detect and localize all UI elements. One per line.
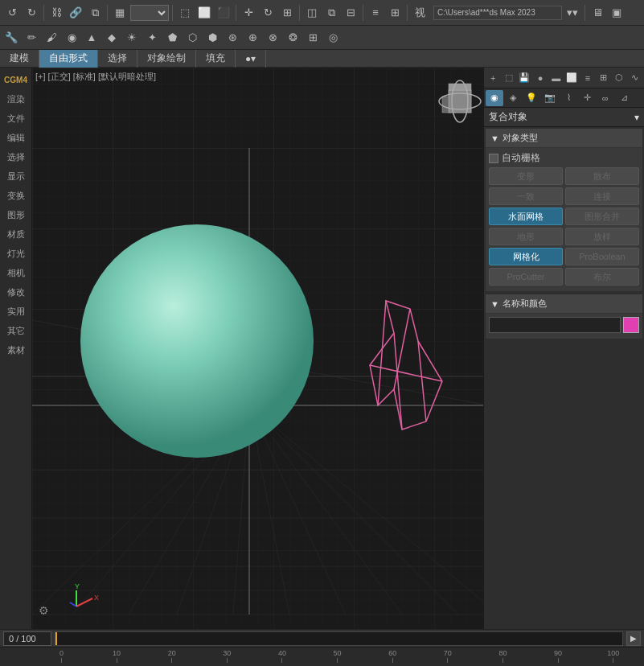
select-region-icon[interactable]: ⬜: [195, 4, 213, 22]
subtab-helper[interactable]: ✛: [578, 90, 596, 106]
paint13-icon[interactable]: ❂: [283, 28, 302, 47]
paint15-icon[interactable]: ◎: [323, 28, 343, 47]
scale-icon[interactable]: ⊞: [278, 4, 296, 22]
paint4-icon[interactable]: ◆: [102, 28, 121, 47]
color-swatch[interactable]: [623, 317, 639, 333]
rotate-icon[interactable]: ↻: [259, 4, 277, 22]
viewport[interactable]: [+] [正交] [标准] [默认明暗处理]: [32, 68, 483, 629]
paint14-icon[interactable]: ⊞: [303, 28, 322, 47]
autogrid-checkbox[interactable]: [489, 154, 498, 163]
btn-proboolean[interactable]: ProBoolean: [565, 248, 639, 265]
btn-scatter[interactable]: 散布: [565, 167, 639, 185]
sidebar-modify[interactable]: 修改: [2, 283, 31, 301]
subtab-sphere[interactable]: ◉: [486, 90, 503, 106]
panel-tab1[interactable]: ⬚: [502, 70, 517, 86]
subtab-gear[interactable]: ◈: [504, 90, 522, 106]
undo-icon[interactable]: ↺: [3, 4, 21, 22]
sidebar-file[interactable]: 文件: [2, 109, 31, 127]
menu-fill[interactable]: 填充: [196, 50, 236, 68]
paint5-icon[interactable]: ☀: [122, 28, 142, 47]
sidebar-render[interactable]: 渲染: [2, 90, 31, 108]
sidebar-edit[interactable]: 编辑: [2, 129, 31, 146]
subtab-camera[interactable]: 📷: [541, 90, 559, 106]
paint11-icon[interactable]: ⊕: [243, 28, 262, 47]
timeline-scrubber[interactable]: [55, 631, 623, 646]
paint2-icon[interactable]: ◉: [62, 28, 81, 47]
timeline-ruler: 0 10 20 30 40 50 60 70 80 90 100: [0, 647, 644, 663]
sidebar-transform[interactable]: 变换: [2, 187, 31, 204]
sidebar-other[interactable]: 其它: [2, 322, 31, 339]
move-icon[interactable]: ✛: [240, 4, 257, 22]
lasso-icon[interactable]: ⬛: [215, 4, 232, 22]
sidebar-material[interactable]: 材质: [2, 225, 31, 243]
menu-object-paint[interactable]: 对象绘制: [137, 50, 196, 68]
menu-extra[interactable]: ●▾: [236, 50, 266, 68]
sidebar-select[interactable]: 选择: [2, 148, 31, 166]
render-setup-icon[interactable]: 🖥: [589, 4, 606, 22]
object-name-input[interactable]: [489, 317, 621, 333]
panel-tab5[interactable]: ⬜: [564, 70, 580, 86]
graph-icon[interactable]: ⊞: [386, 4, 404, 22]
layer-icon[interactable]: ≡: [367, 4, 384, 22]
sidebar-light[interactable]: 灯光: [2, 245, 31, 262]
object-type-header[interactable]: ▼ 对象类型: [486, 129, 642, 148]
select-filter-dropdown[interactable]: 全部: [130, 5, 169, 21]
paint9-icon[interactable]: ⬢: [203, 28, 222, 47]
bind-icon[interactable]: ⧉: [86, 4, 104, 22]
paint1-icon[interactable]: 🖌: [42, 28, 61, 47]
panel-tab7[interactable]: ⊞: [596, 70, 611, 86]
redo-icon[interactable]: ↻: [23, 4, 40, 22]
select-icon[interactable]: ⬚: [176, 4, 194, 22]
subtab-manip[interactable]: ⊿: [615, 90, 633, 106]
build-icon[interactable]: 🔧: [2, 28, 21, 47]
panel-tab9[interactable]: ∿: [627, 70, 642, 86]
btn-water[interactable]: 水面网格: [489, 208, 563, 225]
sidebar-material2[interactable]: 素材: [2, 341, 31, 359]
paint6-icon[interactable]: ✦: [142, 28, 162, 47]
subtab-light[interactable]: 💡: [523, 90, 540, 106]
btn-terrain[interactable]: 地形: [489, 228, 563, 245]
sidebar-display[interactable]: 显示: [2, 167, 31, 185]
panel-tab2[interactable]: 💾: [517, 70, 532, 86]
btn-boolean[interactable]: 布尔: [565, 268, 639, 286]
render-icon[interactable]: ▣: [608, 4, 626, 22]
paint12-icon[interactable]: ⊗: [263, 28, 282, 47]
menu-modeling[interactable]: 建模: [0, 50, 39, 68]
btn-deform[interactable]: 变形: [489, 167, 563, 185]
paint8-icon[interactable]: ⬡: [183, 28, 202, 47]
select-filter-icon[interactable]: ▦: [111, 4, 129, 22]
sidebar-shapes[interactable]: 图形: [2, 206, 31, 224]
sidebar-camera[interactable]: 相机: [2, 264, 31, 282]
sidebar-utility[interactable]: 实用: [2, 302, 31, 320]
btn-mesher[interactable]: 网格化: [489, 248, 563, 265]
paint3-icon[interactable]: ▲: [82, 28, 101, 47]
btn-connect[interactable]: 连接: [565, 187, 639, 205]
panel-add-tab[interactable]: +: [486, 70, 501, 86]
timeline-expand[interactable]: ▶: [626, 631, 641, 646]
subtab-space[interactable]: ∞: [597, 90, 614, 106]
align-icon[interactable]: ⊟: [342, 4, 359, 22]
unlink-icon[interactable]: 🔗: [67, 4, 84, 22]
btn-procutter[interactable]: ProCutter: [489, 268, 563, 286]
path-input[interactable]: [433, 6, 562, 20]
ref-icon[interactable]: ◫: [303, 4, 321, 22]
paint10-icon[interactable]: ⊛: [223, 28, 242, 47]
menu-select[interactable]: 选择: [98, 50, 137, 68]
menu-bar: 建模 自由形式 选择 对象绘制 填充 ●▾: [0, 50, 644, 68]
btn-shapemerge[interactable]: 图形合并: [565, 208, 639, 225]
panel-tab6[interactable]: ≡: [580, 70, 596, 86]
freeform-icon[interactable]: ✏: [22, 28, 41, 47]
panel-tab3[interactable]: ●: [533, 70, 548, 86]
panel-tab8[interactable]: ⬡: [612, 70, 627, 86]
link-icon[interactable]: ⛓: [47, 4, 65, 22]
path-more-icon[interactable]: ▾▾: [564, 4, 581, 22]
btn-conform[interactable]: 一致: [489, 187, 563, 205]
paint7-icon[interactable]: ⬟: [162, 28, 182, 47]
menu-freeform[interactable]: 自由形式: [39, 50, 98, 68]
mirror-icon[interactable]: ⧉: [322, 4, 340, 22]
btn-loft[interactable]: 放样: [565, 228, 639, 245]
name-color-header[interactable]: ▼ 名称和颜色: [486, 294, 642, 314]
view-icon[interactable]: 视: [411, 4, 429, 22]
subtab-wave[interactable]: ⌇: [560, 90, 577, 106]
panel-tab4[interactable]: ▬: [548, 70, 564, 86]
